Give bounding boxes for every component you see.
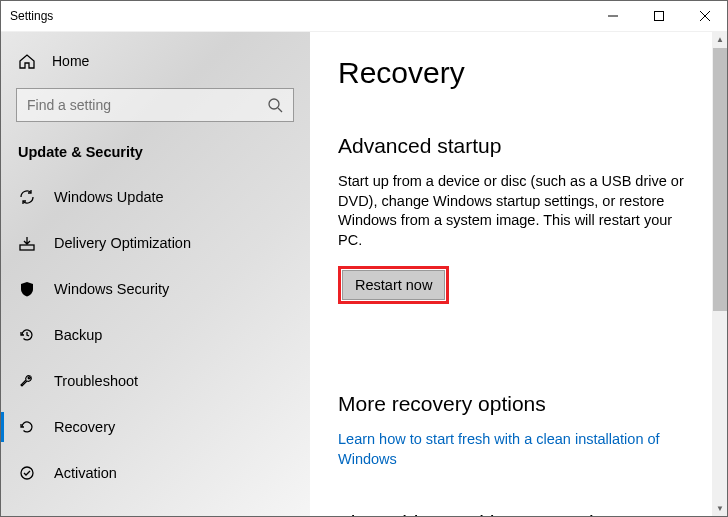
home-icon <box>18 52 36 70</box>
sync-icon <box>18 188 36 206</box>
svg-point-7 <box>21 467 33 479</box>
sidebar-item-troubleshoot[interactable]: Troubleshoot <box>0 358 310 404</box>
sidebar-item-activation[interactable]: Activation <box>0 450 310 496</box>
window-controls <box>590 0 728 31</box>
backup-icon <box>18 326 36 344</box>
scroll-down-arrow[interactable]: ▼ <box>712 501 728 517</box>
window-title: Settings <box>10 9 53 23</box>
restart-highlight: Restart now <box>338 266 449 304</box>
sidebar-item-label: Backup <box>54 327 102 343</box>
advanced-startup-section: Advanced startup Start up from a device … <box>338 134 700 350</box>
svg-point-4 <box>269 99 279 109</box>
svg-line-5 <box>278 108 282 112</box>
sidebar-item-label: Troubleshoot <box>54 373 138 389</box>
recovery-icon <box>18 418 36 436</box>
activation-icon <box>18 464 36 482</box>
search-box[interactable] <box>16 88 294 122</box>
sidebar-item-label: Windows Security <box>54 281 169 297</box>
sidebar-item-delivery-optimization[interactable]: Delivery Optimization <box>0 220 310 266</box>
more-recovery-section: More recovery options Learn how to start… <box>338 392 700 469</box>
scrollbar[interactable]: ▲ ▼ <box>712 32 728 517</box>
advanced-startup-title: Advanced startup <box>338 134 700 158</box>
content-area: Recovery Advanced startup Start up from … <box>310 32 728 517</box>
search-icon <box>267 97 283 113</box>
page-title: Recovery <box>338 56 700 90</box>
home-label: Home <box>52 53 89 69</box>
restart-now-button[interactable]: Restart now <box>342 270 445 300</box>
fresh-install-link[interactable]: Learn how to start fresh with a clean in… <box>338 430 700 469</box>
delivery-icon <box>18 234 36 252</box>
wrench-icon <box>18 372 36 390</box>
fix-problems-title: Fix problems without resetting your PC <box>338 511 700 517</box>
minimize-button[interactable] <box>590 0 636 32</box>
home-nav[interactable]: Home <box>0 44 310 78</box>
sidebar-item-windows-security[interactable]: Windows Security <box>0 266 310 312</box>
search-input[interactable] <box>27 97 267 113</box>
sidebar-item-label: Windows Update <box>54 189 164 205</box>
sidebar-item-label: Activation <box>54 465 117 481</box>
more-recovery-title: More recovery options <box>338 392 700 416</box>
sidebar-item-label: Delivery Optimization <box>54 235 191 251</box>
sidebar-item-label: Recovery <box>54 419 115 435</box>
category-title: Update & Security <box>0 144 310 174</box>
sidebar: Home Update & Security Windows Update De… <box>0 32 310 517</box>
scroll-track[interactable] <box>712 48 728 501</box>
sidebar-item-windows-update[interactable]: Windows Update <box>0 174 310 220</box>
svg-rect-1 <box>655 12 664 21</box>
maximize-button[interactable] <box>636 0 682 32</box>
titlebar: Settings <box>0 0 728 32</box>
close-button[interactable] <box>682 0 728 32</box>
scroll-thumb[interactable] <box>713 48 727 311</box>
shield-icon <box>18 280 36 298</box>
sidebar-item-recovery[interactable]: Recovery <box>0 404 310 450</box>
advanced-startup-text: Start up from a device or disc (such as … <box>338 172 700 250</box>
fix-problems-section: Fix problems without resetting your PC <box>338 511 700 517</box>
scroll-up-arrow[interactable]: ▲ <box>712 32 728 48</box>
svg-rect-6 <box>20 245 34 250</box>
sidebar-item-backup[interactable]: Backup <box>0 312 310 358</box>
